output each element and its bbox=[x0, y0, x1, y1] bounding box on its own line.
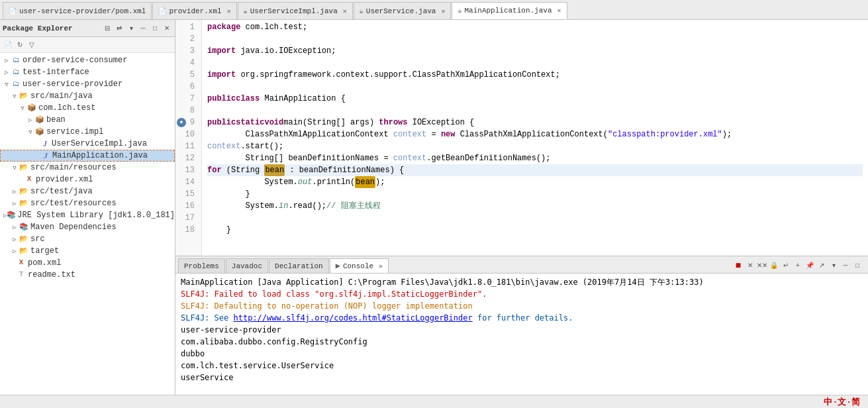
package-icon-com-lch: 📦 bbox=[26, 103, 37, 113]
line-num-12: 12 bbox=[175, 152, 197, 164]
console-line-1: SLF4J: Failed to load class "org.slf4j.i… bbox=[181, 288, 863, 300]
tree-arrow-user-provider: ▽ bbox=[3, 81, 11, 88]
code-line-4 bbox=[207, 57, 863, 69]
code-line-7: public class MainApplication { bbox=[207, 93, 863, 105]
minimize-explorer-button[interactable]: ─ bbox=[138, 23, 148, 34]
file-tree: ▷ 🗂 order-service-consumer ▷ 🗂 test-inte… bbox=[0, 53, 175, 395]
console-output: MainApplication [Java Application] C:\Pr… bbox=[175, 274, 868, 395]
tree-arrow-bean: ▷ bbox=[26, 117, 34, 124]
code-line-2 bbox=[207, 33, 863, 45]
refresh-button[interactable]: ↻ bbox=[15, 40, 25, 50]
tab-userserviceimpl-close[interactable]: ✕ bbox=[343, 7, 347, 15]
link-editor-button[interactable]: ⇄ bbox=[114, 23, 124, 34]
tree-item-jre-lib[interactable]: ▷ 📚 JRE System Library [jdk1.8.0_181] bbox=[0, 209, 175, 221]
tab-userserviceimpl[interactable]: ☕ UserServiceImpl.java ✕ bbox=[238, 2, 353, 19]
line-numbers: 1 2 3 4 5 6 7 8 ● 9 10 11 bbox=[175, 20, 202, 256]
tab-javadoc-label: Javadoc bbox=[232, 262, 262, 270]
tab-provider-xml-close[interactable]: ✕ bbox=[227, 7, 231, 15]
explorer-menu-button[interactable]: ▾ bbox=[126, 23, 136, 34]
java-icon-userserviceimpl: J bbox=[40, 139, 50, 148]
tree-item-bean[interactable]: ▷ 📦 bean bbox=[0, 114, 175, 126]
tree-label-src-test-resources: src/test/resources bbox=[30, 199, 117, 208]
console-url[interactable]: http://www.slf4j.org/codes.html#StaticLo… bbox=[233, 313, 472, 323]
tree-item-service-impl[interactable]: ▽ 📦 service.impl bbox=[0, 126, 175, 138]
line-num-15: 15 bbox=[175, 188, 197, 200]
folder-icon-src-main: 📂 bbox=[19, 91, 29, 101]
console-line-5: com.alibaba.dubbo.config.RegistryConfig bbox=[181, 336, 863, 348]
maximize-explorer-button[interactable]: □ bbox=[150, 23, 160, 34]
close-explorer-button[interactable]: ✕ bbox=[162, 23, 172, 34]
tab-console[interactable]: ▶ Console ✕ bbox=[330, 258, 389, 273]
open-console-button[interactable]: ↗ bbox=[816, 260, 827, 270]
tree-label-order-consumer: order-service-consumer bbox=[23, 56, 127, 65]
tree-arrow-target: ▷ bbox=[11, 248, 19, 255]
tree-item-user-provider[interactable]: ▽ 🗂 user-service-provider bbox=[0, 78, 175, 90]
xml-icon-provider: X bbox=[24, 175, 34, 184]
tab-declaration[interactable]: Declaration bbox=[269, 258, 329, 273]
tree-item-src-main-resources[interactable]: ▽ 📂 src/main/resources bbox=[0, 162, 175, 174]
tree-arrow-src-test-java: ▷ bbox=[11, 188, 19, 195]
console-menu-button[interactable]: ▾ bbox=[828, 260, 839, 270]
line-num-1: 1 bbox=[175, 21, 197, 33]
pom-tab-icon: 📄 bbox=[9, 7, 17, 15]
tree-label-src-test-java: src/test/java bbox=[30, 187, 93, 196]
remove-all-button[interactable]: ✕✕ bbox=[757, 260, 767, 270]
console-line-3: SLF4J: See http://www.slf4j.org/codes.ht… bbox=[181, 312, 863, 324]
line-num-14: 14 bbox=[175, 176, 197, 188]
tree-item-mainapplication[interactable]: J MainApplication.java bbox=[0, 150, 175, 162]
tree-item-provider-xml[interactable]: X provider.xml bbox=[0, 174, 175, 185]
editor-content-area: 1 2 3 4 5 6 7 8 ● 9 10 11 bbox=[175, 20, 868, 256]
tree-item-src-test-resources[interactable]: ▷ 📂 src/test/resources bbox=[0, 197, 175, 209]
minimize-console-button[interactable]: ─ bbox=[840, 260, 851, 270]
code-text-area[interactable]: package com.lch.test; import java.io.IOE… bbox=[202, 20, 868, 256]
tree-label-pom-xml: pom.xml bbox=[28, 258, 61, 268]
java-icon-mainapplication: J bbox=[40, 151, 51, 160]
tree-arrow-test-interface: ▷ bbox=[3, 69, 11, 76]
tree-item-test-interface[interactable]: ▷ 🗂 test-interface bbox=[0, 66, 175, 78]
tree-arrow-src-resources: ▽ bbox=[11, 164, 19, 172]
tab-userservice-close[interactable]: ✕ bbox=[441, 7, 445, 15]
tree-label-readme: readme.txt bbox=[28, 270, 75, 280]
tree-item-src-main-java[interactable]: ▽ 📂 src/main/java bbox=[0, 90, 175, 102]
tab-problems[interactable]: Problems bbox=[178, 258, 225, 273]
tab-mainapplication[interactable]: ☕ MainApplication.java ✕ bbox=[452, 2, 567, 19]
stop-console-button[interactable]: ■ bbox=[733, 260, 744, 270]
tree-item-src-test-java[interactable]: ▷ 📂 src/test/java bbox=[0, 185, 175, 197]
pin-console-button[interactable]: 📌 bbox=[804, 260, 815, 270]
tree-item-src[interactable]: ▷ 📂 src bbox=[0, 233, 175, 245]
tab-userservice[interactable]: ☕ UserService.java ✕ bbox=[354, 2, 452, 19]
code-line-14: System.out.println(bean); bbox=[207, 176, 863, 188]
userservice-tab-icon: ☕ bbox=[360, 7, 363, 15]
word-wrap-button[interactable]: ↵ bbox=[781, 260, 791, 270]
collapse-all-button[interactable]: ⊟ bbox=[102, 23, 113, 34]
tree-item-readme[interactable]: T readme.txt bbox=[0, 269, 175, 281]
tab-userservice-label: UserService.java bbox=[366, 7, 436, 15]
tab-console-close[interactable]: ✕ bbox=[379, 262, 383, 270]
tree-label-bean: bean bbox=[46, 115, 66, 125]
tab-pom[interactable]: 📄 user-service-provider/pom.xml bbox=[3, 2, 152, 19]
tree-arrow-order-consumer: ▷ bbox=[3, 57, 11, 64]
filter-button[interactable]: ▽ bbox=[26, 40, 37, 50]
folder-icon-src-resources: 📂 bbox=[19, 163, 29, 172]
tree-label-service-impl: service.impl bbox=[46, 127, 103, 136]
explorer-header: Package Explorer ⊟ ⇄ ▾ ─ □ ✕ bbox=[0, 20, 175, 37]
tab-provider-xml[interactable]: 📄 provider.xml ✕ bbox=[152, 2, 236, 19]
tree-item-maven-dep[interactable]: ▷ 📚 Maven Dependencies bbox=[0, 221, 175, 233]
new-console-button[interactable]: + bbox=[793, 260, 803, 270]
new-file-button[interactable]: 📄 bbox=[3, 40, 13, 50]
tree-item-com-lch-test[interactable]: ▽ 📦 com.lch.test bbox=[0, 102, 175, 114]
tree-item-pom-xml[interactable]: X pom.xml bbox=[0, 257, 175, 269]
remove-console-button[interactable]: ✕ bbox=[745, 260, 755, 270]
tree-arrow-src-main: ▽ bbox=[11, 93, 19, 100]
tab-javadoc[interactable]: Javadoc bbox=[226, 258, 268, 273]
tree-item-target[interactable]: ▷ 📂 target bbox=[0, 245, 175, 257]
maximize-console-button[interactable]: □ bbox=[852, 260, 863, 270]
tree-label-maven-dep: Maven Dependencies bbox=[30, 223, 117, 232]
tree-item-userserviceimpl[interactable]: J UserServiceImpl.java bbox=[0, 138, 175, 150]
tree-item-order-consumer[interactable]: ▷ 🗂 order-service-consumer bbox=[0, 54, 175, 66]
console-header-line: MainApplication [Java Application] C:\Pr… bbox=[181, 276, 863, 288]
tab-mainapplication-close[interactable]: ✕ bbox=[557, 7, 561, 15]
tab-problems-label: Problems bbox=[184, 262, 219, 270]
provider-xml-tab-icon: 📄 bbox=[158, 7, 166, 15]
scroll-lock-button[interactable]: 🔒 bbox=[769, 260, 779, 270]
